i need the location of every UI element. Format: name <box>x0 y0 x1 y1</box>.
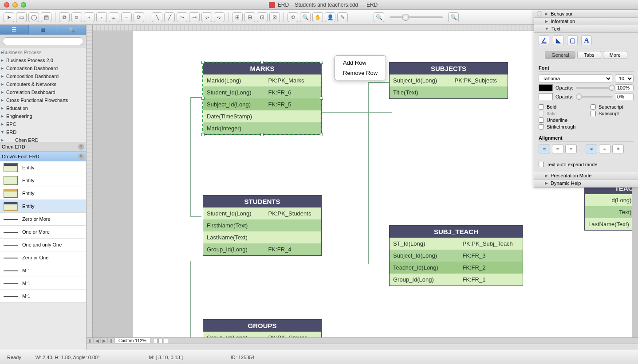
underline-check[interactable] <box>539 117 544 123</box>
text-tool[interactable]: ▤ <box>41 12 51 22</box>
grid-icon[interactable] <box>153 339 158 343</box>
user-tool[interactable]: 👤 <box>325 12 335 22</box>
search-input[interactable] <box>3 37 83 45</box>
tree-item[interactable]: Business Process 2,0 <box>0 56 86 64</box>
align-right-tool[interactable]: ⫠ <box>109 12 119 22</box>
rect-tool[interactable]: ▭ <box>16 12 27 22</box>
stencil-item[interactable]: M:1 <box>0 290 86 303</box>
zoom-tool[interactable]: 🔍 <box>300 12 311 22</box>
connector[interactable] <box>321 112 392 113</box>
menu-item-remove-row[interactable]: Remove Row <box>335 68 386 78</box>
section-dynamic-help[interactable]: ▶Dynamic Help <box>534 180 638 187</box>
resize-handle[interactable] <box>260 61 264 64</box>
auto-expand-check[interactable] <box>539 162 544 167</box>
entity-marks[interactable]: MARKS MarkId(Long)PK:PK_Marks Student_Id… <box>203 62 322 135</box>
sidebar-tab-search[interactable]: 🔍 <box>57 25 86 34</box>
stroke-opacity-slider[interactable] <box>576 96 612 98</box>
fill-color-swatch[interactable] <box>539 84 553 91</box>
superscript-check[interactable] <box>591 104 596 110</box>
close-icon[interactable]: × <box>78 153 84 160</box>
stencil-item[interactable]: One and only One <box>0 239 86 251</box>
close-icon[interactable] <box>4 2 9 8</box>
stencil-item[interactable]: Entity <box>0 174 86 187</box>
connector[interactable] <box>190 97 201 98</box>
connector[interactable] <box>190 216 201 217</box>
valign-middle[interactable]: ⫨ <box>599 145 610 153</box>
resize-handle[interactable] <box>201 61 205 64</box>
stroke-opacity-field[interactable] <box>615 93 634 100</box>
tree-item[interactable]: Comparison Dashboard <box>0 64 86 72</box>
font-size-select[interactable]: 10 <box>615 74 634 82</box>
vertical-ruler[interactable] <box>87 31 93 344</box>
align-center[interactable]: ≡ <box>552 145 563 153</box>
resize-handle[interactable] <box>201 133 205 136</box>
stencil-item[interactable]: M:1 <box>0 277 86 290</box>
align-left-tool[interactable]: ⫞ <box>84 12 95 22</box>
valign-bottom[interactable]: ⫩ <box>612 145 624 153</box>
grid-icon[interactable] <box>158 339 163 343</box>
rotate-tool[interactable]: ⟳ <box>134 12 144 22</box>
connector-6[interactable]: ⤽ <box>214 12 224 22</box>
grid-icon[interactable] <box>164 339 168 343</box>
font-icon[interactable]: A <box>581 35 592 45</box>
zoom-in[interactable]: 🔍 <box>448 12 459 22</box>
stencil-item[interactable]: Zero or One <box>0 251 86 264</box>
connector[interactable] <box>368 82 369 264</box>
snap-tool-3[interactable]: ⊡ <box>257 12 268 22</box>
zoom-display[interactable]: Custom 112% <box>115 338 150 343</box>
minimize-icon[interactable] <box>12 2 18 8</box>
pointer-tool[interactable]: ➤ <box>4 12 14 22</box>
sidebar-tab-grid[interactable]: ▦ <box>29 25 58 34</box>
tab-more[interactable]: More <box>603 51 627 59</box>
highlight-icon[interactable]: ◣ <box>553 35 563 45</box>
tree-item[interactable]: EPC <box>0 120 86 128</box>
library-chip-chen[interactable]: Chen ERD × <box>0 142 86 152</box>
font-family-select[interactable]: Tahoma <box>539 74 612 82</box>
menu-item-add-row[interactable]: Add Row <box>335 58 386 68</box>
box-icon[interactable]: ▢ <box>567 35 578 45</box>
horizontal-scrollbar[interactable] <box>87 344 638 350</box>
fill-opacity-slider[interactable]: .slider[style*="90%"]::after{left:90%} <box>576 87 612 89</box>
nav-prev[interactable]: ◀ <box>94 338 101 343</box>
tree-item[interactable]: Cross-Functional Flowcharts <box>0 96 86 104</box>
tab-general[interactable]: General <box>545 51 575 59</box>
underline-color-icon[interactable]: ∠ <box>539 35 549 45</box>
close-icon[interactable]: × <box>78 144 84 150</box>
stencil-item[interactable]: Entity <box>0 161 86 174</box>
zoom-out[interactable]: 🔍 <box>374 12 384 22</box>
snap-tool-4[interactable]: ⊠ <box>269 12 280 22</box>
bold-check[interactable] <box>539 104 544 110</box>
resize-handle[interactable] <box>260 133 264 136</box>
connector-3[interactable]: ⤳ <box>177 12 187 22</box>
stroke-color-swatch[interactable] <box>539 93 553 100</box>
tree-item[interactable]: Correlation Dashboard <box>0 88 86 96</box>
stencil-item[interactable]: M:1 <box>0 264 86 277</box>
section-information[interactable]: ▶Information <box>534 18 638 25</box>
connector[interactable] <box>368 82 390 83</box>
zoom-slider[interactable] <box>390 16 443 18</box>
resize-handle[interactable] <box>320 133 323 136</box>
section-presentation[interactable]: ▶Presentation Mode <box>534 172 638 180</box>
library-chip-crowsfoot[interactable]: Crow's Foot ERD × <box>0 152 86 161</box>
nav-next[interactable]: ▶ <box>101 338 108 343</box>
snap-tool-1[interactable]: ⊞ <box>232 12 243 22</box>
entity-subjects[interactable]: SUBJECTS Subject_Id(Long)PK:PK_Subjects … <box>389 62 508 99</box>
group-tool[interactable]: ⧉ <box>59 12 70 22</box>
brush-tool[interactable]: ✎ <box>337 12 348 22</box>
connector-4[interactable]: ⤻ <box>189 12 200 22</box>
resize-handle[interactable] <box>320 61 323 64</box>
align-center-tool[interactable]: ⫟ <box>96 12 107 22</box>
tree-item[interactable]: Education <box>0 104 86 112</box>
subscript-check[interactable] <box>591 111 596 116</box>
ungroup-tool[interactable]: ⧈ <box>71 12 82 22</box>
tree-item[interactable]: Composition Dashboard <box>0 72 86 80</box>
section-behaviour[interactable]: ▶Behaviour <box>534 10 638 18</box>
connector[interactable] <box>190 261 191 337</box>
snap-tool-2[interactable]: ⊟ <box>244 12 255 22</box>
tree-child[interactable]: Chen ERD <box>0 136 86 142</box>
entity-students[interactable]: STUDENTS Student_Id(Long)PK:PK_Students … <box>203 195 322 256</box>
entity-teachers[interactable]: TEACHERS d(Long)PK:PK_Te Text) LastName(… <box>584 182 632 231</box>
nav-first[interactable]: ‖ <box>87 338 94 343</box>
strike-check[interactable] <box>539 124 544 129</box>
sidebar-tab-tree[interactable]: ☰ <box>0 25 29 34</box>
